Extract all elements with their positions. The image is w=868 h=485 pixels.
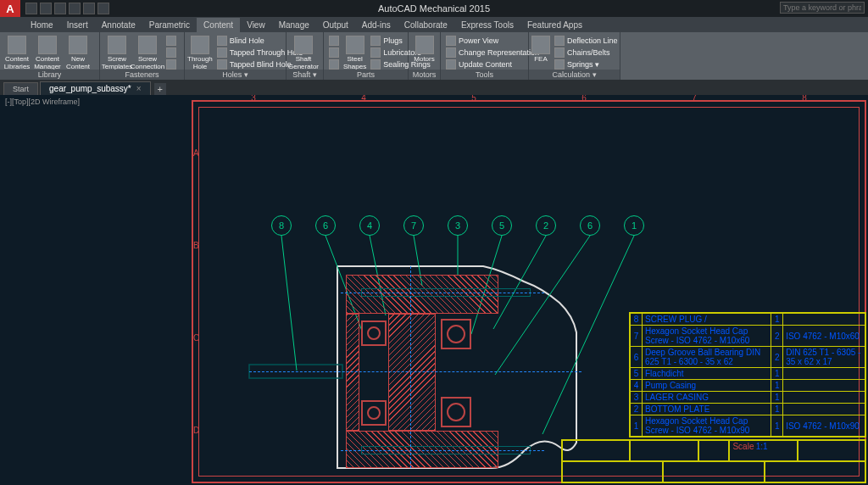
tab-annotate[interactable]: Annotate [95,18,142,32]
part-left-plate [346,314,359,431]
qat-save-icon[interactable] [54,3,66,14]
panel-shaft: Shaft Generator Shaft ▾ [287,32,324,80]
updatec-icon [446,59,456,70]
panel-fasteners: Screw Templates Screw Connection Fastene… [100,32,185,80]
libraries-icon [8,36,26,54]
bom-row: 2BOTTOM PLATE1 [631,404,865,415]
springs-button[interactable]: Springs ▾ [552,59,620,70]
fastener-sm-1[interactable] [164,35,179,46]
tab-parametric[interactable]: Parametric [142,18,197,32]
tab-addins[interactable]: Add-ins [355,18,398,32]
change-rep-button[interactable]: Change Representation [443,47,542,58]
part-sm-3[interactable] [326,59,342,70]
tab-manage[interactable]: Manage [272,18,316,32]
balloon-5[interactable]: 5 [492,215,512,236]
bearing-bot-left [361,400,387,426]
new-content-icon [69,36,87,54]
bom-row: 1Hexagon Socket Head Cap Screw - ISO 476… [631,415,865,437]
balloon-3[interactable]: 3 [448,215,468,236]
balloon-2[interactable]: 2 [536,215,556,236]
qat-open-icon[interactable] [40,3,52,14]
bearing-bot-right [441,397,471,427]
balloon-7[interactable]: 7 [403,215,424,236]
drawing-area[interactable]: [-][Top][2D Wireframe] 345 678 ABCD [0,95,868,485]
titlebar: A AutoCAD Mechanical 2015 [0,0,868,17]
powerview-icon [446,36,456,46]
panel-title-shaft[interactable]: Shaft ▾ [287,70,323,80]
lube-icon [370,47,381,58]
blind-hole-icon [217,36,227,46]
svg-line-7 [493,236,546,329]
update-content-button[interactable]: Update Content [443,59,542,70]
panel-title-fasteners: Fasteners [100,70,184,80]
tab-featured[interactable]: Featured Apps [520,18,589,32]
panel-title-tools: Tools [441,70,528,80]
panel-parts: Steel Shapes Plugs Lubricators Sealing R… [324,32,409,80]
panel-title-parts: Parts [324,70,408,80]
qat-undo-icon[interactable] [69,3,81,14]
filetab-start[interactable]: Start [3,82,38,95]
bearing-top-right [441,319,471,349]
balloon-6[interactable]: 6 [315,215,336,236]
part-sm-2[interactable] [326,47,342,58]
tab-collaborate[interactable]: Collaborate [398,18,454,32]
tab-view[interactable]: View [240,18,272,32]
add-tab-button[interactable]: + [154,83,166,95]
fastener-sm-2[interactable] [164,47,179,58]
centerline-h [249,371,581,372]
balloon-6[interactable]: 6 [580,215,600,236]
fea-icon [531,36,550,54]
spring-calc-icon [554,59,565,70]
panel-title-library: Library [0,70,99,80]
app-logo[interactable]: A [0,0,20,17]
bom-row: 7Hexagon Socket Head Cap Screw - ISO 476… [631,326,865,347]
part-sm-1[interactable] [326,35,342,46]
fastener-sm-3[interactable] [164,59,179,70]
canvas[interactable]: 345 678 ABCD [0,95,868,485]
balloon-1[interactable]: 1 [624,215,644,236]
tapped-through-icon [217,47,227,58]
ribbon-tabs: Home Insert Annotate Parametric Content … [0,17,868,32]
tab-express[interactable]: Express Tools [454,18,520,32]
seal-icon [370,59,381,70]
panel-title-holes[interactable]: Holes ▾ [185,70,286,80]
svg-line-1 [281,236,297,371]
tab-insert[interactable]: Insert [60,18,95,32]
search-container [780,2,865,14]
balloon-8[interactable]: 8 [271,215,292,236]
file-tabs: Start gear_pump_subassy*× + [0,80,868,95]
panel-title-calc[interactable]: Calculation ▾ [529,70,620,80]
quick-access-toolbar [25,3,109,14]
title-block: Scale 1:1 [561,439,866,483]
panel-title-motors: Motors [409,70,440,80]
qat-new-icon[interactable] [25,3,37,14]
balloon-4[interactable]: 4 [359,215,380,236]
power-view-button[interactable]: Power View [443,35,542,46]
search-input[interactable] [780,2,865,14]
spring-part-icon [329,36,339,46]
pin-icon [166,59,176,70]
close-icon[interactable]: × [136,84,142,93]
tab-content[interactable]: Content [197,18,240,32]
bom-row: 4Pump Casing1 [631,380,865,392]
centerline-h3 [341,450,544,451]
chains-button[interactable]: Chains/Belts [552,47,620,58]
bom-row: 5Flachdicht1 [631,368,865,380]
panel-library: Content Libraries Content Manager New Co… [0,32,100,80]
tab-output[interactable]: Output [316,18,355,32]
centerline-h2 [341,293,544,293]
chain-icon [554,47,565,58]
qat-print-icon[interactable] [97,3,109,14]
filetab-drawing[interactable]: gear_pump_subassy*× [40,81,151,95]
part-middle [388,314,436,431]
app-title: AutoCAD Mechanical 2015 [378,3,490,14]
qat-redo-icon[interactable] [83,3,95,14]
tapped-blind-icon [217,59,227,70]
deflection-button[interactable]: Deflection Line [552,35,620,46]
screw-conn-icon [138,36,157,54]
washer-icon [166,47,176,58]
panel-holes: Through Hole Blind Hole Tapped Through H… [185,32,287,80]
panel-tools: Power View Change Representation Update … [441,32,529,80]
tab-home[interactable]: Home [24,18,60,32]
seal-part-icon [329,59,339,70]
